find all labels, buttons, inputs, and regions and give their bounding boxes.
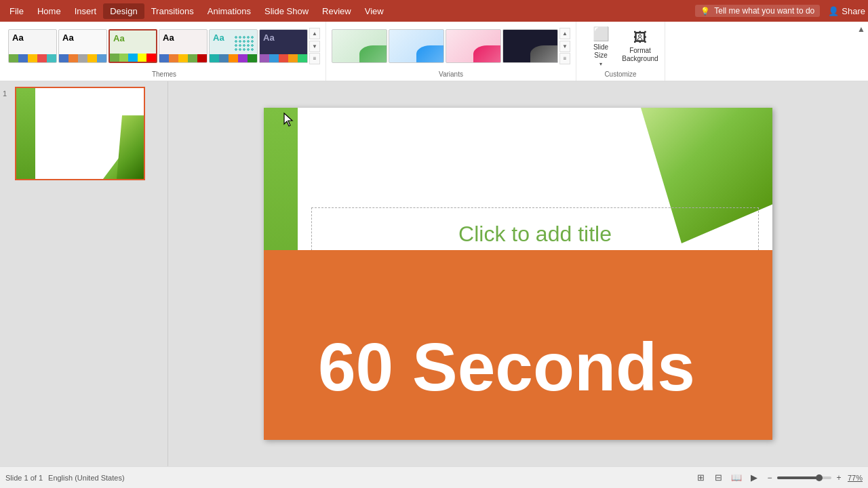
theme-1-label: Aa: [12, 33, 24, 43]
variants-section: ▲ ▼ ≡ Variants: [326, 22, 576, 81]
zoom-slider-thumb[interactable]: [816, 474, 823, 481]
theme-3[interactable]: Aa: [108, 29, 157, 63]
slide-sorter-button[interactable]: ⊟: [712, 471, 726, 485]
main-area: 1 Click to add title subtitle: [0, 81, 868, 466]
format-bg-icon: 🖼: [633, 30, 647, 45]
ribbon-collapse-button[interactable]: ▲: [857, 24, 865, 34]
slide-thumbnail[interactable]: [15, 87, 145, 180]
theme-5-dots: [234, 35, 254, 52]
theme-5[interactable]: Aa: [209, 29, 258, 63]
slideshow-button[interactable]: ▶: [747, 471, 761, 485]
variant-1[interactable]: [332, 29, 387, 63]
slide-title-text: Click to add title: [458, 222, 612, 246]
status-bar: Slide 1 of 1 English (United States) ⊞ ⊟…: [0, 466, 868, 488]
menu-review[interactable]: Review: [315, 3, 358, 19]
theme-5-label: Aa: [213, 33, 224, 43]
orange-overlay: 60 Seconds: [264, 250, 772, 440]
language-info: English (United States): [48, 474, 125, 482]
menu-design[interactable]: Design: [103, 3, 144, 19]
customize-row: ⬜ SlideSize ▾ 🖼 FormatBackground: [582, 24, 659, 68]
theme-1[interactable]: Aa: [8, 29, 57, 63]
status-bar-right: ⊞ ⊟ 📖 ▶ − + 77%: [694, 471, 863, 485]
variants-label: Variants: [439, 68, 463, 78]
theme-6-bar: [260, 54, 307, 62]
reading-view-button[interactable]: 📖: [730, 471, 743, 485]
menu-transitions[interactable]: Transitions: [144, 3, 201, 19]
thumb-green-right: [117, 115, 144, 179]
format-background-button[interactable]: 🖼 FormatBackground: [621, 26, 659, 66]
menu-file[interactable]: File: [3, 3, 31, 19]
variant-scroll-down[interactable]: ▼: [559, 41, 570, 52]
variant-3[interactable]: [446, 29, 501, 63]
variant-2[interactable]: [389, 29, 444, 63]
thumb-green-left: [16, 88, 35, 179]
customize-section: ⬜ SlideSize ▾ 🖼 FormatBackground Customi…: [576, 22, 665, 81]
zoom-slider-track[interactable]: [777, 476, 831, 479]
zoom-plus-button[interactable]: +: [834, 473, 844, 483]
mini-slide: [16, 88, 144, 179]
zoom-minus-button[interactable]: −: [765, 473, 774, 483]
search-icon: 💡: [701, 7, 710, 16]
slide-number: 1: [3, 87, 12, 98]
themes-label: Themes: [152, 68, 176, 78]
theme-6[interactable]: Aa: [259, 29, 308, 63]
zoom-percent[interactable]: 77%: [848, 474, 863, 482]
format-bg-label: FormatBackground: [622, 47, 658, 63]
theme-scroll-down[interactable]: ▼: [309, 41, 320, 52]
theme-4[interactable]: Aa: [159, 29, 208, 63]
slide-canvas[interactable]: Click to add title subtitle 60 Seconds: [264, 108, 772, 440]
zoom-slider-fill: [777, 476, 819, 479]
normal-view-button[interactable]: ⊞: [694, 471, 708, 485]
menu-view[interactable]: View: [358, 3, 391, 19]
overlay-text: 60 Seconds: [318, 328, 695, 406]
themes-row: Aa Aa Aa Aa: [8, 24, 320, 68]
slide-size-dropdown: ▾: [599, 61, 602, 67]
theme-4-label: Aa: [163, 33, 174, 43]
theme-scroll-up[interactable]: ▲: [309, 28, 320, 39]
theme-3-label: Aa: [113, 33, 125, 43]
slide-info: Slide 1 of 1: [5, 474, 43, 482]
share-icon: 👤: [828, 6, 839, 16]
theme-1-bar: [9, 54, 56, 62]
variant-4[interactable]: [502, 29, 558, 63]
slide-panel: 1: [0, 81, 168, 466]
theme-scroll: ▲ ▼ ≡: [309, 28, 320, 64]
variant-scroll-more[interactable]: ≡: [559, 53, 570, 64]
search-box[interactable]: 💡 Tell me what you want to do: [695, 5, 820, 17]
menu-insert[interactable]: Insert: [68, 3, 104, 19]
slide-size-button[interactable]: ⬜ SlideSize ▾: [582, 26, 620, 66]
theme-3-bar: [110, 54, 156, 62]
menu-animations[interactable]: Animations: [201, 3, 258, 19]
theme-5-bar: [210, 54, 257, 62]
customize-label: Customize: [604, 68, 636, 78]
theme-4-bar: [159, 54, 207, 62]
ribbon: Aa Aa Aa Aa: [0, 22, 868, 81]
theme-scroll-more[interactable]: ≡: [309, 53, 320, 64]
variant-scroll-up[interactable]: ▲: [559, 28, 570, 39]
slide-size-icon: ⬜: [593, 26, 610, 42]
slide-size-label: SlideSize: [593, 43, 608, 60]
menu-home[interactable]: Home: [31, 3, 68, 19]
theme-2-bar: [59, 54, 106, 62]
slide-thumbnail-container: 1: [3, 87, 165, 180]
variants-row: ▲ ▼ ≡: [332, 24, 570, 68]
menu-bar: File Home Insert Design Transitions Anim…: [0, 0, 868, 22]
theme-6-label: Aa: [263, 33, 275, 43]
themes-section: Aa Aa Aa Aa: [3, 22, 326, 81]
search-text: Tell me what you want to do: [714, 6, 814, 16]
theme-2[interactable]: Aa: [58, 29, 107, 63]
menu-slideshow[interactable]: Slide Show: [258, 3, 315, 19]
variant-scroll: ▲ ▼ ≡: [559, 28, 570, 64]
share-button[interactable]: 👤 Share: [828, 6, 865, 16]
slide-area: Click to add title subtitle 60 Seconds: [168, 81, 868, 466]
zoom-control: − +: [765, 473, 844, 483]
theme-2-label: Aa: [62, 33, 74, 43]
